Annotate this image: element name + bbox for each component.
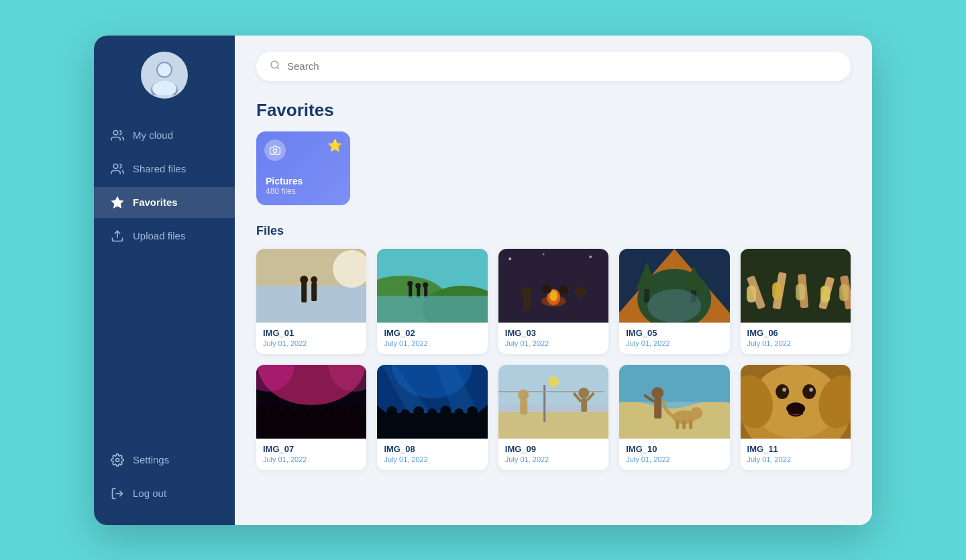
file-name-img10: IMG_10 [626, 444, 722, 454]
sidebar-bottom: Settings Log out [94, 445, 235, 509]
svg-point-123 [786, 402, 805, 414]
svg-rect-16 [301, 282, 307, 302]
svg-point-35 [541, 296, 566, 306]
sidebar-label-settings: Settings [133, 454, 169, 465]
sidebar-item-my-cloud[interactable]: My cloud [94, 120, 235, 151]
file-name-img05: IMG_05 [626, 328, 722, 338]
camera-icon [264, 139, 286, 161]
sidebar-item-upload-files[interactable]: Upload files [94, 221, 235, 251]
svg-rect-104 [619, 365, 729, 439]
svg-line-108 [644, 395, 654, 402]
svg-marker-6 [112, 197, 123, 207]
file-date-img09: July 01, 2022 [505, 455, 602, 463]
sidebar-label-shared-files: Shared files [133, 163, 186, 174]
svg-rect-105 [619, 365, 729, 402]
file-card-img06[interactable]: IMG_06 July 01, 2022 [741, 249, 851, 354]
svg-marker-44 [619, 249, 729, 323]
file-date-img10: July 01, 2022 [626, 455, 722, 463]
nav-items: My cloud Shared files [94, 120, 235, 445]
app-container: My cloud Shared files [94, 36, 872, 525]
svg-point-2 [158, 63, 171, 76]
svg-point-91 [482, 408, 488, 418]
svg-point-50 [647, 289, 701, 323]
svg-point-15 [333, 250, 366, 288]
svg-point-25 [408, 281, 413, 286]
avatar[interactable] [141, 52, 188, 99]
sidebar-label-logout: Log out [133, 488, 166, 499]
file-date-img07: July 01, 2022 [263, 455, 360, 463]
svg-rect-98 [520, 400, 527, 414]
svg-point-74 [336, 406, 347, 417]
svg-point-38 [521, 287, 532, 298]
file-name-img06: IMG_06 [747, 328, 844, 338]
svg-line-11 [277, 67, 279, 69]
file-card-img09[interactable]: IMG_09 July 01, 2022 [498, 365, 608, 470]
file-card-img02[interactable]: IMG_02 July 01, 2022 [377, 249, 487, 354]
svg-point-78 [377, 365, 487, 425]
svg-point-5 [113, 164, 118, 168]
favorites-grid: ⭐ Pictures 480 files [256, 131, 851, 205]
pictures-folder[interactable]: ⭐ Pictures 480 files [256, 131, 350, 205]
svg-rect-107 [654, 398, 661, 418]
svg-point-22 [377, 276, 449, 323]
svg-rect-28 [425, 287, 428, 298]
sidebar-item-favorites[interactable]: Favorites [94, 187, 235, 218]
svg-point-109 [672, 410, 696, 424]
file-card-img08[interactable]: IMG_08 July 01, 2022 [377, 365, 487, 470]
svg-point-99 [548, 376, 559, 387]
file-thumb-img02 [377, 249, 487, 323]
svg-point-110 [690, 407, 702, 419]
svg-rect-13 [256, 249, 366, 323]
svg-rect-94 [498, 412, 608, 439]
svg-rect-21 [377, 249, 487, 292]
file-thumb-img07 [256, 365, 366, 439]
search-input[interactable] [287, 60, 837, 72]
sidebar-item-settings[interactable]: Settings [94, 445, 235, 475]
svg-point-42 [575, 287, 586, 298]
folder-count: 480 files [266, 186, 341, 196]
file-card-img07[interactable]: IMG_07 July 01, 2022 [256, 365, 366, 470]
svg-point-87 [428, 408, 437, 418]
svg-rect-58 [796, 284, 805, 300]
svg-rect-51 [741, 249, 851, 323]
svg-line-103 [587, 393, 594, 400]
sidebar-label-favorites: Favorites [133, 197, 178, 208]
file-name-img02: IMG_02 [384, 328, 480, 338]
file-date-img11: July 01, 2022 [747, 455, 844, 463]
svg-point-19 [311, 276, 317, 283]
svg-point-32 [508, 258, 511, 260]
sidebar: My cloud Shared files [94, 36, 235, 525]
svg-rect-101 [581, 398, 587, 412]
svg-point-65 [256, 365, 294, 392]
file-card-img05[interactable]: IMG_05 July 01, 2022 [619, 249, 729, 354]
file-card-img03[interactable]: IMG_03 July 01, 2022 [498, 249, 608, 354]
svg-rect-43 [619, 249, 729, 323]
svg-point-119 [775, 384, 789, 399]
main-content: Favorites ⭐ Pictures 480 files Files [235, 36, 872, 525]
favorites-title: Favorites [256, 100, 851, 121]
file-thumb-img06 [741, 249, 851, 323]
svg-rect-39 [523, 297, 531, 311]
svg-point-120 [802, 384, 816, 399]
file-name-img11: IMG_11 [747, 444, 844, 454]
svg-point-122 [809, 388, 813, 392]
file-card-img11[interactable]: IMG_11 July 01, 2022 [741, 365, 851, 470]
svg-rect-46 [644, 269, 649, 302]
svg-point-34 [589, 256, 592, 258]
svg-point-45 [637, 269, 711, 323]
svg-point-71 [295, 405, 307, 417]
file-card-img01[interactable]: IMG_01 July 01, 2022 [256, 249, 366, 354]
svg-rect-55 [772, 272, 786, 309]
svg-point-37 [549, 290, 557, 301]
svg-rect-60 [820, 286, 830, 302]
sidebar-item-logout[interactable]: Log out [94, 478, 235, 509]
svg-point-97 [518, 390, 529, 400]
file-card-img10[interactable]: IMG_10 July 01, 2022 [619, 365, 729, 470]
svg-point-79 [392, 365, 473, 398]
file-date-img03: July 01, 2022 [505, 339, 602, 347]
svg-point-90 [468, 406, 478, 417]
sidebar-item-shared-files[interactable]: Shared files [94, 154, 235, 184]
file-name-img07: IMG_07 [263, 444, 360, 454]
file-thumb-img09 [498, 365, 608, 439]
file-thumb-img10 [619, 365, 729, 439]
